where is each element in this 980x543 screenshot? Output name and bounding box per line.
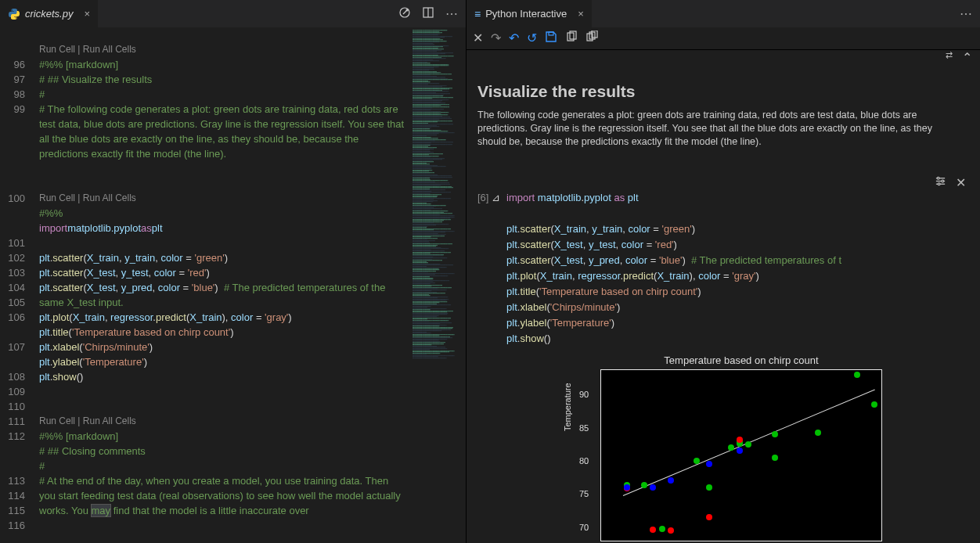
python-icon [8, 8, 20, 20]
cell-close-icon[interactable]: ✕ [956, 175, 966, 190]
cell-settings-icon[interactable] [935, 175, 946, 190]
data-point [737, 437, 743, 443]
output-text: The following code generates a plot: gre… [477, 109, 955, 149]
plot-axes: 1516171819207075808590 [600, 369, 882, 541]
interactive-toolbar: ✕ ↷ ↶ ↺ [467, 27, 980, 50]
output-heading: Visualize the results [477, 82, 969, 101]
data-point [745, 441, 751, 448]
data-point [668, 477, 674, 484]
restart-icon[interactable]: ↺ [527, 31, 537, 46]
data-point [871, 401, 877, 408]
redo-icon[interactable]: ↷ [491, 31, 501, 46]
svg-point-13 [937, 177, 939, 179]
data-point [772, 455, 778, 461]
data-point [624, 484, 630, 491]
data-point [659, 526, 665, 532]
right-tabbar: ≡ Python Interactive × ⋯ [467, 0, 980, 27]
close-icon[interactable]: × [84, 8, 90, 20]
data-point [694, 458, 700, 464]
code-lens-run-all[interactable]: Run All Cells [83, 415, 136, 426]
data-point [815, 430, 821, 436]
svg-point-1 [406, 9, 408, 11]
data-point [854, 372, 860, 378]
data-point [706, 514, 712, 520]
split-editor-icon[interactable] [422, 6, 434, 22]
tab-actions: ⋯ [398, 0, 466, 27]
run-section-icon[interactable] [398, 6, 411, 22]
code-editor[interactable]: 96979899 100 101102103104105106 107 1081… [0, 27, 411, 543]
more-icon[interactable]: ⋯ [960, 6, 972, 21]
data-point [728, 444, 734, 451]
copy-icon[interactable] [565, 31, 578, 46]
close-icon[interactable]: × [578, 8, 584, 20]
chevron-up-icon[interactable]: ⌃ [962, 50, 972, 65]
code-lens-run-cell[interactable]: Run Cell [39, 192, 75, 203]
delete-icon[interactable]: ✕ [473, 31, 483, 46]
data-point [650, 484, 656, 491]
interactive-label: Python Interactive [485, 8, 567, 20]
tab-filename: crickets.py [25, 8, 73, 20]
minimap[interactable]: ████████████████████████████████████████… [411, 27, 466, 543]
data-point [641, 482, 647, 488]
svg-rect-4 [549, 32, 553, 35]
interactive-pane: ≡ Python Interactive × ⋯ ✕ ↷ ↶ ↺ ⇄ ⌃ Vis… [467, 0, 980, 543]
svg-point-14 [942, 180, 944, 182]
more-icon[interactable]: ⋯ [445, 6, 458, 21]
plot-output: Temperature based on chirp count Tempera… [513, 354, 969, 543]
data-point [650, 527, 656, 533]
code-lens-run-cell[interactable]: Run Cell [39, 415, 75, 426]
plot-title: Temperature based on chirp count [664, 354, 818, 366]
data-point [737, 448, 743, 454]
cell-actions: ✕ [477, 175, 969, 190]
interactive-icon: ≡ [474, 8, 481, 20]
data-point [772, 431, 778, 437]
code-lens-run-all[interactable]: Run All Cells [83, 192, 136, 203]
cell-code[interactable]: import matplotlib.pyplot as plt plt.scat… [506, 190, 841, 347]
left-tabbar: crickets.py × ⋯ [0, 0, 466, 27]
copy-all-icon[interactable] [585, 31, 598, 46]
data-point [668, 527, 674, 534]
cell-prompt: [6] ⊿ [477, 190, 500, 347]
undo-icon[interactable]: ↶ [509, 31, 519, 46]
data-point [706, 484, 712, 491]
editor-pane: crickets.py × ⋯ 96979899 100 10110210310… [0, 0, 467, 543]
tab-crickets[interactable]: crickets.py × [0, 0, 99, 27]
save-icon[interactable] [545, 31, 557, 46]
code-lens-run-cell[interactable]: Run Cell [39, 44, 75, 55]
tab-python-interactive[interactable]: ≡ Python Interactive × [467, 0, 593, 27]
plot-ylabel: Temperature [563, 383, 572, 431]
cell: [6] ⊿ import matplotlib.pyplot as plt pl… [477, 190, 969, 347]
data-point [706, 461, 712, 467]
collapse-input-icon[interactable]: ⇄ [946, 50, 953, 65]
code-lens-run-all[interactable]: Run All Cells [83, 44, 136, 55]
svg-point-15 [938, 182, 940, 185]
